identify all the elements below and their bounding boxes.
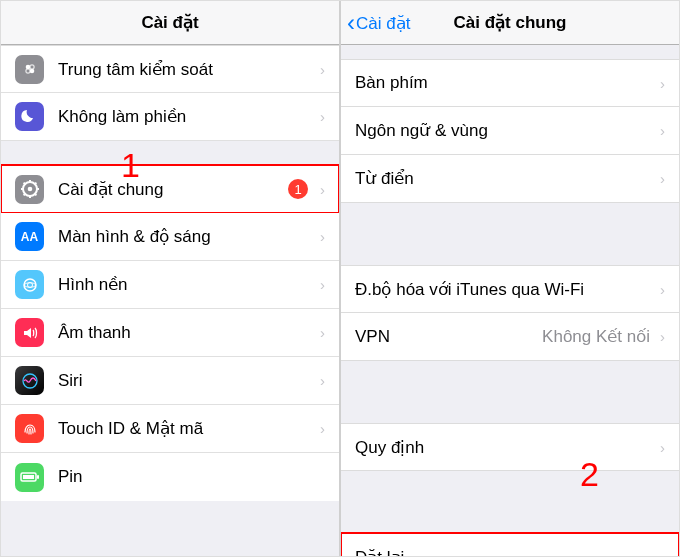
fingerprint-icon	[15, 414, 44, 443]
chevron-right-icon: ›	[660, 281, 665, 298]
chevron-right-icon: ›	[660, 549, 665, 557]
row-label: Cài đặt chung	[58, 179, 288, 200]
row-label: Đ.bộ hóa với iTunes qua Wi-Fi	[355, 279, 656, 300]
settings-list: Trung tâm kiểm soát › Không làm phiền › …	[1, 45, 339, 556]
chevron-right-icon: ›	[660, 122, 665, 139]
wallpaper-icon	[15, 270, 44, 299]
row-regulatory[interactable]: Quy định ›	[341, 423, 679, 471]
svg-point-14	[24, 279, 36, 291]
row-itunes-wifi-sync[interactable]: Đ.bộ hóa với iTunes qua Wi-Fi ›	[341, 265, 679, 313]
row-label: Trung tâm kiểm soát	[58, 59, 316, 80]
chevron-right-icon: ›	[660, 439, 665, 456]
row-general[interactable]: Cài đặt chung 1 ›	[1, 165, 339, 213]
notification-badge: 1	[288, 179, 308, 199]
chevron-right-icon: ›	[320, 181, 325, 198]
group-separator	[341, 203, 679, 265]
row-display[interactable]: AA Màn hình & độ sáng ›	[1, 213, 339, 261]
back-button[interactable]: ‹ Cài đặt	[347, 1, 410, 45]
nav-bar: ‹ Cài đặt Cài đặt chung	[341, 1, 679, 45]
row-label: Siri	[58, 371, 316, 391]
general-list: Bàn phím › Ngôn ngữ & vùng › Từ điển › Đ…	[341, 45, 679, 556]
row-label: Đặt lại	[355, 547, 656, 557]
svg-rect-3	[30, 65, 34, 69]
row-label: Màn hình & độ sáng	[58, 226, 316, 247]
row-language-region[interactable]: Ngôn ngữ & vùng ›	[341, 107, 679, 155]
chevron-right-icon: ›	[320, 372, 325, 389]
row-label: Ngôn ngữ & vùng	[355, 120, 656, 141]
row-value: Không Kết nối	[542, 326, 650, 347]
siri-icon	[15, 366, 44, 395]
chevron-right-icon: ›	[320, 324, 325, 341]
row-battery[interactable]: Pin	[1, 453, 339, 501]
display-icon: AA	[15, 222, 44, 251]
row-label: Quy định	[355, 437, 656, 458]
nav-title: Cài đặt	[141, 12, 198, 33]
row-label: Hình nền	[58, 274, 316, 295]
svg-rect-2	[26, 69, 30, 73]
row-label: Bàn phím	[355, 73, 656, 93]
moon-icon	[15, 102, 44, 131]
chevron-right-icon: ›	[660, 75, 665, 92]
row-label: Từ điển	[355, 168, 656, 189]
gear-icon	[15, 175, 44, 204]
row-control-center[interactable]: Trung tâm kiểm soát ›	[1, 45, 339, 93]
chevron-right-icon: ›	[320, 276, 325, 293]
chevron-right-icon: ›	[320, 420, 325, 437]
svg-rect-19	[37, 475, 39, 479]
chevron-right-icon: ›	[660, 170, 665, 187]
row-label: Không làm phiền	[58, 106, 316, 127]
row-sound[interactable]: Âm thanh ›	[1, 309, 339, 357]
row-siri[interactable]: Siri ›	[1, 357, 339, 405]
control-center-icon	[15, 55, 44, 84]
chevron-right-icon: ›	[660, 328, 665, 345]
row-reset[interactable]: Đặt lại ›	[341, 533, 679, 556]
row-touchid[interactable]: Touch ID & Mật mã ›	[1, 405, 339, 453]
row-keyboard[interactable]: Bàn phím ›	[341, 59, 679, 107]
chevron-right-icon: ›	[320, 228, 325, 245]
chevron-right-icon: ›	[320, 61, 325, 78]
group-separator	[1, 141, 339, 165]
row-label: Pin	[58, 467, 325, 487]
row-label: VPN	[355, 327, 542, 347]
row-do-not-disturb[interactable]: Không làm phiền ›	[1, 93, 339, 141]
row-label: Touch ID & Mật mã	[58, 418, 316, 439]
group-separator	[341, 361, 679, 423]
sound-icon	[15, 318, 44, 347]
row-vpn[interactable]: VPN Không Kết nối ›	[341, 313, 679, 361]
general-pane: ‹ Cài đặt Cài đặt chung Bàn phím › Ngôn …	[341, 1, 679, 556]
group-separator	[341, 45, 679, 59]
chevron-left-icon: ‹	[347, 11, 355, 35]
group-separator	[341, 471, 679, 533]
chevron-right-icon: ›	[320, 108, 325, 125]
nav-title: Cài đặt chung	[454, 12, 567, 33]
nav-bar: Cài đặt	[1, 1, 339, 45]
row-wallpaper[interactable]: Hình nền ›	[1, 261, 339, 309]
row-label: Âm thanh	[58, 323, 316, 343]
svg-rect-18	[23, 475, 34, 479]
battery-icon	[15, 463, 44, 492]
row-dictionary[interactable]: Từ điển ›	[341, 155, 679, 203]
back-label: Cài đặt	[356, 13, 410, 34]
settings-pane: Cài đặt Trung tâm kiểm soát › Không làm …	[1, 1, 341, 556]
svg-point-5	[27, 187, 32, 192]
